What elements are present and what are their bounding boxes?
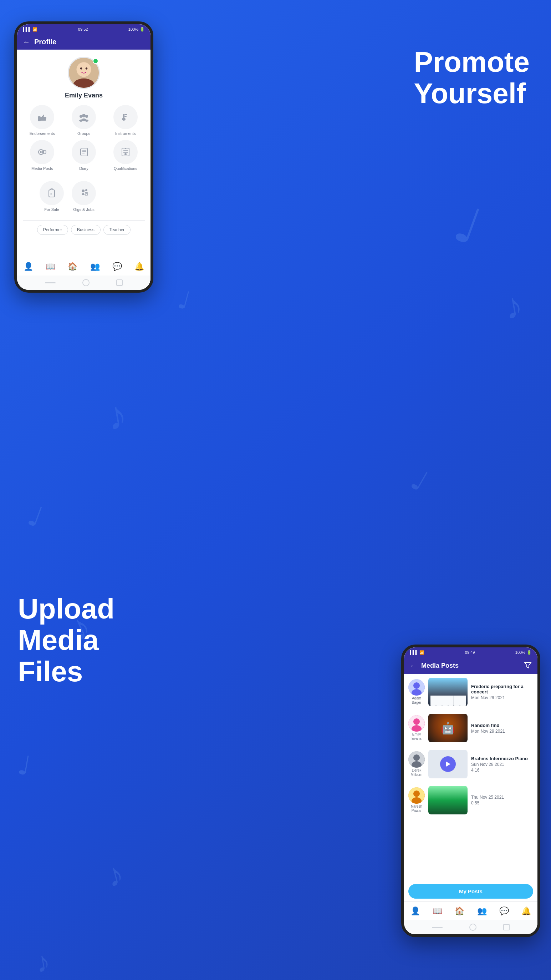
my-posts-button[interactable]: My Posts [408, 884, 533, 899]
svg-point-6 [82, 114, 86, 118]
post4-duration: 0:55 [471, 800, 533, 805]
nav2-messages-icon[interactable]: 💬 [499, 907, 509, 916]
for-sale-label: For Sale [44, 207, 59, 212]
post3-thumbnail [428, 750, 468, 778]
phone2-media-posts: ▌▌▌ 📶 09:49 100% 🔋 ← Media Posts [401, 644, 540, 937]
divider-2 [23, 220, 145, 221]
play-button-3[interactable] [440, 756, 456, 772]
nav2-community-icon[interactable]: 👥 [477, 907, 487, 916]
gigs-jobs-icon [72, 181, 96, 205]
deco-note-8: ♩ [447, 194, 489, 257]
svg-point-10 [79, 119, 83, 122]
nav-messages-icon[interactable]: 💬 [112, 262, 122, 271]
groups-label: Groups [78, 131, 90, 135]
nav2-book-icon[interactable]: 📖 [433, 907, 442, 916]
media-post-2[interactable]: EmilyEvans 🤖 Random find Mon Nov 29 2021 [404, 710, 537, 746]
promo-text: Promote Yourself [414, 46, 530, 109]
qualifications-item[interactable]: Qualifications [106, 140, 145, 170]
endorsements-label: Endorsements [30, 131, 55, 135]
svg-marker-44 [446, 762, 451, 767]
svg-point-31 [82, 189, 84, 192]
deco-note-3: ♪ [103, 391, 130, 439]
avatar-container [68, 57, 100, 89]
filter-icon[interactable] [524, 661, 532, 671]
gigs-jobs-item[interactable]: Gigs & Jobs [69, 181, 98, 212]
profile-tags: Performer Business Teacher [37, 225, 131, 235]
wifi-icon: 📶 [32, 27, 37, 32]
post1-user-name: AdamBager [408, 696, 425, 705]
user-display-name: Emily Evans [65, 92, 103, 99]
media-post-1[interactable]: AdamBager Freder [404, 674, 537, 710]
post4-thumbnail [428, 786, 468, 815]
media-post-4[interactable]: NareshPawar Thu Nov 25 2021 0:55 [404, 782, 537, 818]
post2-title: Random find [471, 723, 533, 728]
nav-home-icon[interactable]: 🏠 [68, 262, 78, 271]
instruments-label: Instruments [115, 131, 135, 135]
svg-text:$: $ [50, 192, 52, 195]
status-battery: 100% 🔋 [129, 27, 145, 32]
groups-icon [72, 105, 96, 129]
svg-point-4 [86, 67, 88, 70]
diary-label: Diary [79, 166, 89, 170]
svg-point-18 [43, 150, 46, 154]
deco-note-7: ♪ [102, 855, 127, 895]
for-sale-item[interactable]: $ For Sale [37, 181, 66, 212]
nav2-notifications-icon[interactable]: 🔔 [521, 907, 531, 916]
post4-avatar [408, 787, 425, 804]
nav-notifications-icon[interactable]: 🔔 [135, 262, 144, 271]
gesture-back-2 [432, 927, 443, 928]
nav-community-icon[interactable]: 👥 [90, 262, 100, 271]
svg-marker-34 [525, 662, 531, 668]
battery-icon-2: 🔋 [527, 650, 532, 655]
post2-thumbnail: 🤖 [428, 714, 468, 742]
svg-point-46 [413, 791, 420, 797]
instruments-item[interactable]: Instruments [106, 105, 145, 135]
back-button-2[interactable]: ← [410, 662, 417, 670]
svg-point-32 [85, 189, 87, 191]
battery-icon: 🔋 [140, 27, 145, 32]
media-posts-header: ← Media Posts [404, 657, 537, 674]
svg-point-11 [85, 119, 89, 122]
post3-duration: 4:16 [471, 768, 533, 773]
svg-rect-5 [38, 116, 41, 121]
svg-point-28 [124, 153, 127, 155]
tag-teacher[interactable]: Teacher [103, 225, 131, 235]
upload-text: Upload Media Files [18, 593, 114, 687]
post1-avatar [408, 679, 425, 695]
online-status-dot [93, 58, 98, 64]
tag-performer[interactable]: Performer [37, 225, 68, 235]
qualifications-label: Qualifications [114, 166, 137, 170]
post3-user-name: DerekMilburn [408, 768, 425, 777]
endorsements-item[interactable]: Endorsements [23, 105, 62, 135]
deco-note-13: ♪ [33, 945, 52, 980]
post4-user-name: NareshPawar [408, 804, 425, 813]
back-button[interactable]: ← [23, 38, 30, 46]
diary-item[interactable]: Diary [65, 140, 103, 170]
nav2-profile-icon[interactable]: 👤 [410, 907, 420, 916]
deco-note-10: ♩ [405, 463, 433, 499]
nav-profile-icon[interactable]: 👤 [24, 262, 33, 271]
svg-rect-14 [124, 114, 127, 115]
status-bar-1: ▌▌▌ 📶 09:52 100% 🔋 [17, 24, 151, 34]
tag-business[interactable]: Business [71, 225, 100, 235]
post2-avatar [408, 715, 425, 732]
post2-user-col: EmilyEvans [408, 715, 425, 741]
svg-rect-13 [123, 114, 124, 119]
gesture-home [83, 279, 89, 286]
svg-point-8 [85, 115, 88, 118]
nav2-home-icon[interactable]: 🏠 [455, 907, 464, 916]
groups-item[interactable]: Groups [65, 105, 103, 135]
profile-title: Profile [34, 38, 56, 46]
for-sale-icon: $ [40, 181, 64, 205]
bottom-nav-2: 👤 📖 🏠 👥 💬 🔔 [404, 902, 537, 920]
gesture-home-2 [469, 924, 476, 931]
status-bar-2: ▌▌▌ 📶 09:49 100% 🔋 [404, 648, 537, 657]
profile-icons-row2: Media Posts Diary [23, 140, 145, 170]
media-post-3[interactable]: DerekMilburn Brahms Intermezzo Piano Sun… [404, 746, 537, 782]
deco-note-4: ♩ [23, 498, 48, 534]
media-posts-icon [30, 140, 54, 164]
media-posts-item[interactable]: Media Posts [23, 140, 62, 170]
svg-rect-20 [81, 148, 87, 156]
diary-icon [72, 140, 96, 164]
nav-book-icon[interactable]: 📖 [46, 262, 55, 271]
